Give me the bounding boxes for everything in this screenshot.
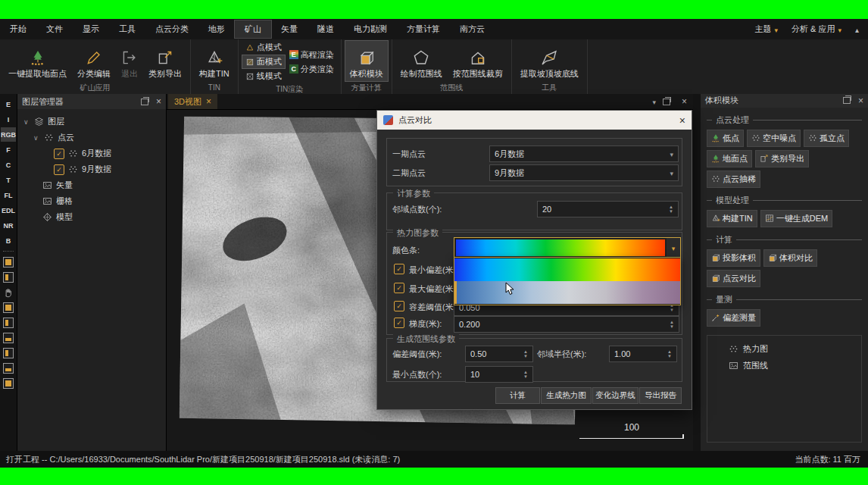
spinner-icon[interactable] (670, 320, 674, 329)
generate-dem-button[interactable]: 一键生成DEM (760, 210, 832, 227)
menu-item-vector[interactable]: 矢量 (271, 20, 308, 38)
air-noise-button[interactable]: 空中噪点 (747, 130, 801, 147)
nr-render-tool[interactable]: NR (1, 218, 16, 233)
result-heatmap-item[interactable]: 热力图 (710, 341, 858, 358)
phase2-select[interactable]: 9月数据 (489, 164, 679, 181)
colorbar-option-rainbow[interactable] (454, 258, 680, 281)
caret-icon[interactable] (33, 134, 40, 142)
classify-render-button[interactable]: 分类渲染 (286, 63, 337, 76)
time-render-tool[interactable]: T (1, 173, 16, 187)
neighbor-radius-input[interactable]: 1.00 (609, 346, 677, 362)
close-panel-icon[interactable] (858, 97, 863, 105)
tree-node-vector[interactable]: 矢量 (17, 177, 166, 193)
menu-item-tunnel[interactable]: 隧道 (308, 20, 344, 38)
extract-ground-button[interactable]: 一键提取地面点 (4, 41, 71, 81)
min-dev-checkbox[interactable] (394, 264, 404, 274)
dev-threshold-input[interactable]: 0.50 (465, 346, 533, 362)
face-mode-button[interactable]: 面模式 (242, 55, 285, 68)
elevation-render-button[interactable]: 高程渲染 (286, 48, 337, 61)
low-points-button[interactable]: 低点 (707, 130, 744, 147)
colorbar-select[interactable] (454, 237, 681, 258)
extract-slope-lines-button[interactable]: 提取坡顶坡底线 (516, 41, 583, 81)
tab-list-icon[interactable] (652, 97, 656, 106)
volume-module-button[interactable]: 体积模块 (345, 41, 388, 81)
tree-node-model[interactable]: 模型 (17, 209, 166, 225)
select-box-tool[interactable] (1, 255, 16, 269)
menu-item-tools[interactable]: 工具 (109, 20, 145, 38)
draw-rangeline-button[interactable]: 绘制范围线 (396, 41, 447, 81)
class-export-button[interactable]: 类别导出 (755, 150, 809, 167)
spinner-icon[interactable] (523, 370, 528, 379)
view-cube-tool[interactable] (1, 346, 16, 360)
view-cube-tool[interactable] (1, 361, 16, 375)
projected-volume-button[interactable]: 投影体积 (707, 249, 760, 267)
blend-render-tool[interactable]: B (1, 233, 16, 248)
crop-by-rangeline-button[interactable]: 按范围线裁剪 (448, 41, 507, 81)
float-panel-icon[interactable] (141, 99, 148, 105)
close-panel-icon[interactable] (156, 98, 161, 105)
gradient-input[interactable]: 0.200 (454, 316, 679, 333)
spinner-icon[interactable] (667, 349, 672, 358)
tab-3d-view[interactable]: 3D视图 (168, 94, 217, 109)
menu-item-south-cloud[interactable]: 南方云 (450, 20, 495, 38)
point-mode-button[interactable]: 点模式 (242, 41, 285, 54)
tree-node-layers[interactable]: 图层 (17, 114, 166, 130)
close-tab-icon[interactable] (206, 98, 211, 105)
theme-menu[interactable]: 主题 (754, 23, 778, 35)
fl-render-tool[interactable]: FL (1, 188, 16, 202)
caret-icon[interactable] (23, 118, 30, 126)
max-dev-checkbox[interactable] (394, 283, 404, 293)
class-export-button[interactable]: 类别导出 (144, 41, 186, 81)
pan-tool[interactable] (1, 285, 16, 299)
checkbox-checked-icon[interactable] (54, 164, 64, 175)
gradient-checkbox[interactable] (394, 318, 404, 328)
thin-pointcloud-button[interactable]: 点云抽稀 (707, 171, 760, 188)
view-cube-tool[interactable] (1, 300, 16, 314)
generate-heatmap-button[interactable]: 生成热力图 (541, 387, 592, 404)
intensity-render-tool[interactable]: I (1, 112, 16, 127)
colorbar-option-muted[interactable] (454, 281, 680, 304)
calculate-button[interactable]: 计算 (495, 387, 540, 404)
menu-item-view[interactable]: 显示 (73, 20, 109, 38)
menu-item-power-survey[interactable]: 电力勘测 (344, 20, 397, 38)
menu-item-pointcloud-classify[interactable]: 点云分类 (145, 20, 198, 38)
analysis-app-menu[interactable]: 分析 & 应用 (792, 23, 841, 35)
menu-item-file[interactable]: 文件 (36, 20, 73, 38)
tree-node-june-data[interactable]: 6月数据 (17, 146, 166, 161)
spinner-icon[interactable] (523, 349, 528, 358)
rgb-render-tool[interactable]: RGB (1, 127, 16, 142)
tree-node-pointcloud[interactable]: 点云 (17, 130, 166, 146)
menu-item-start[interactable]: 开始 (0, 20, 36, 38)
view-cube-tool[interactable] (1, 330, 16, 345)
collapse-ribbon-icon[interactable] (855, 25, 859, 34)
change-boundary-button[interactable]: 变化边界线 (592, 387, 639, 404)
ground-points-button[interactable]: 地面点 (707, 150, 752, 167)
spinner-icon[interactable] (669, 205, 673, 214)
isolated-points-button[interactable]: 孤立点 (804, 130, 849, 147)
tree-node-raster[interactable]: 栅格 (17, 193, 166, 209)
menu-item-volume-calc[interactable]: 方量计算 (397, 20, 450, 38)
class-render-tool[interactable]: C (1, 158, 16, 172)
flight-render-tool[interactable]: F (1, 142, 16, 157)
export-report-button[interactable]: 导出报告 (639, 387, 682, 404)
tree-node-sept-data[interactable]: 9月数据 (17, 161, 166, 177)
neighbor-count-input[interactable]: 20 (537, 201, 679, 217)
elevation-render-tool[interactable]: E (1, 97, 16, 111)
panel-splitter[interactable] (693, 94, 701, 451)
dialog-titlebar[interactable]: 点云对比 (377, 111, 692, 130)
volume-compare-button[interactable]: 体积对比 (763, 249, 817, 267)
view-cube-tool[interactable] (1, 376, 16, 390)
build-tin-button[interactable]: 构建TIN (195, 41, 234, 81)
checkbox-checked-icon[interactable] (54, 149, 64, 159)
view-cube-tool[interactable] (1, 315, 16, 330)
phase1-select[interactable]: 6月数据 (489, 146, 679, 162)
deviation-measure-button[interactable]: 偏差测量 (707, 309, 760, 327)
close-view-icon[interactable] (682, 98, 687, 105)
classify-edit-button[interactable]: 分类编辑 (73, 41, 115, 81)
tolerance-checkbox[interactable] (394, 301, 404, 311)
edl-render-tool[interactable]: EDL (1, 203, 16, 217)
float-view-icon[interactable] (663, 99, 670, 105)
build-tin-button[interactable]: 构建TIN (707, 210, 757, 227)
line-mode-button[interactable]: 线模式 (242, 70, 285, 83)
min-points-input[interactable]: 10 (465, 366, 533, 383)
